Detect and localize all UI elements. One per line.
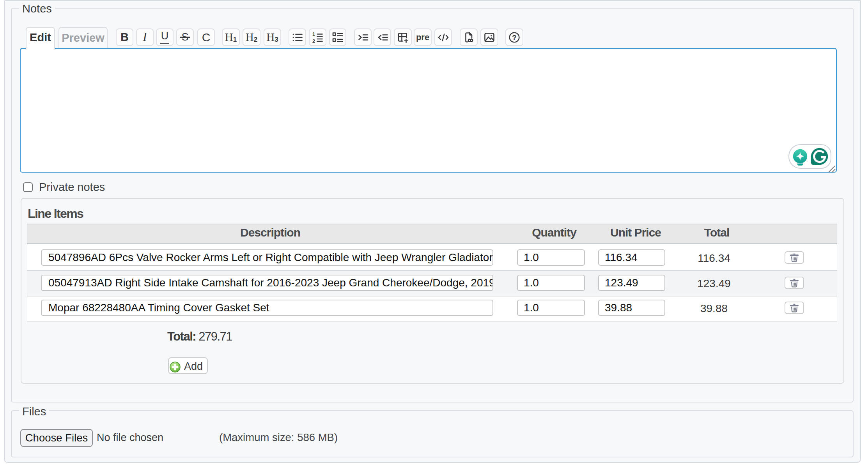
svg-text:?: ? — [512, 34, 517, 42]
svg-text:1: 1 — [312, 32, 315, 37]
svg-text:2: 2 — [312, 38, 315, 43]
